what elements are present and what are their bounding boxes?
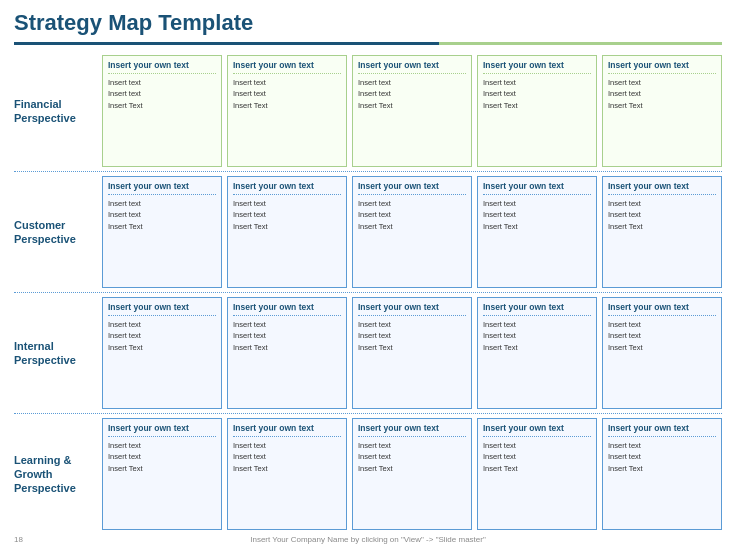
card-divider-customer-0 [108, 194, 216, 195]
card-header-financial-3: Insert your own text [483, 60, 591, 70]
card-internal-0[interactable]: Insert your own textInsert textInsert te… [102, 297, 222, 409]
card-header-learning-2: Insert your own text [358, 423, 466, 433]
card-body-customer-2: Insert textInsert textInsert Text [358, 198, 466, 232]
card-body-learning-4: Insert textInsert textInsert Text [608, 440, 716, 474]
card-financial-4[interactable]: Insert your own textInsert textInsert te… [602, 55, 722, 167]
card-divider-learning-1 [233, 436, 341, 437]
card-internal-1[interactable]: Insert your own textInsert textInsert te… [227, 297, 347, 409]
card-learning-3[interactable]: Insert your own textInsert textInsert te… [477, 418, 597, 530]
card-divider-internal-3 [483, 315, 591, 316]
card-header-financial-4: Insert your own text [608, 60, 716, 70]
card-body-financial-3: Insert textInsert textInsert Text [483, 77, 591, 111]
card-customer-1[interactable]: Insert your own textInsert textInsert te… [227, 176, 347, 288]
card-header-financial-2: Insert your own text [358, 60, 466, 70]
perspective-label-text-learning: Learning & Growth Perspective [14, 453, 76, 496]
card-divider-internal-1 [233, 315, 341, 316]
card-header-customer-3: Insert your own text [483, 181, 591, 191]
card-divider-customer-2 [358, 194, 466, 195]
perspective-label-text-internal: Internal Perspective [14, 339, 76, 368]
card-body-customer-0: Insert textInsert textInsert Text [108, 198, 216, 232]
card-divider-learning-0 [108, 436, 216, 437]
card-customer-4[interactable]: Insert your own textInsert textInsert te… [602, 176, 722, 288]
card-learning-1[interactable]: Insert your own textInsert textInsert te… [227, 418, 347, 530]
perspective-row-internal: Internal PerspectiveInsert your own text… [14, 293, 722, 414]
card-header-customer-2: Insert your own text [358, 181, 466, 191]
cards-area-customer: Insert your own textInsert textInsert te… [102, 176, 722, 288]
card-header-learning-3: Insert your own text [483, 423, 591, 433]
card-body-learning-2: Insert textInsert textInsert Text [358, 440, 466, 474]
card-divider-financial-0 [108, 73, 216, 74]
perspective-label-customer: Customer Perspective [14, 176, 102, 288]
card-divider-internal-2 [358, 315, 466, 316]
card-header-learning-4: Insert your own text [608, 423, 716, 433]
card-header-learning-1: Insert your own text [233, 423, 341, 433]
card-divider-internal-4 [608, 315, 716, 316]
card-learning-4[interactable]: Insert your own textInsert textInsert te… [602, 418, 722, 530]
card-body-internal-0: Insert textInsert textInsert Text [108, 319, 216, 353]
card-divider-learning-2 [358, 436, 466, 437]
card-header-learning-0: Insert your own text [108, 423, 216, 433]
perspective-row-financial: Financial PerspectiveInsert your own tex… [14, 51, 722, 172]
card-learning-2[interactable]: Insert your own textInsert textInsert te… [352, 418, 472, 530]
card-body-internal-1: Insert textInsert textInsert Text [233, 319, 341, 353]
card-divider-financial-1 [233, 73, 341, 74]
card-divider-internal-0 [108, 315, 216, 316]
card-header-customer-1: Insert your own text [233, 181, 341, 191]
card-body-learning-0: Insert textInsert textInsert Text [108, 440, 216, 474]
card-body-financial-4: Insert textInsert textInsert Text [608, 77, 716, 111]
card-divider-learning-4 [608, 436, 716, 437]
card-customer-3[interactable]: Insert your own textInsert textInsert te… [477, 176, 597, 288]
card-header-customer-4: Insert your own text [608, 181, 716, 191]
perspective-row-customer: Customer PerspectiveInsert your own text… [14, 172, 722, 293]
card-body-learning-3: Insert textInsert textInsert Text [483, 440, 591, 474]
card-internal-2[interactable]: Insert your own textInsert textInsert te… [352, 297, 472, 409]
card-customer-0[interactable]: Insert your own textInsert textInsert te… [102, 176, 222, 288]
perspective-label-internal: Internal Perspective [14, 297, 102, 409]
perspective-label-text-financial: Financial Perspective [14, 97, 76, 126]
card-divider-financial-3 [483, 73, 591, 74]
card-internal-4[interactable]: Insert your own textInsert textInsert te… [602, 297, 722, 409]
perspective-label-text-customer: Customer Perspective [14, 218, 76, 247]
card-divider-customer-4 [608, 194, 716, 195]
card-body-customer-3: Insert textInsert textInsert Text [483, 198, 591, 232]
card-header-internal-1: Insert your own text [233, 302, 341, 312]
page: Strategy Map Template Financial Perspect… [0, 0, 736, 552]
card-header-internal-3: Insert your own text [483, 302, 591, 312]
card-body-customer-1: Insert textInsert textInsert Text [233, 198, 341, 232]
card-header-financial-1: Insert your own text [233, 60, 341, 70]
card-body-internal-2: Insert textInsert textInsert Text [358, 319, 466, 353]
card-body-internal-4: Insert textInsert textInsert Text [608, 319, 716, 353]
card-financial-0[interactable]: Insert your own textInsert textInsert te… [102, 55, 222, 167]
card-header-customer-0: Insert your own text [108, 181, 216, 191]
card-divider-customer-3 [483, 194, 591, 195]
content-area: Financial PerspectiveInsert your own tex… [14, 51, 722, 534]
cards-area-internal: Insert your own textInsert textInsert te… [102, 297, 722, 409]
card-body-customer-4: Insert textInsert textInsert Text [608, 198, 716, 232]
card-customer-2[interactable]: Insert your own textInsert textInsert te… [352, 176, 472, 288]
footer-text: Insert Your Company Name by clicking on … [250, 535, 486, 544]
card-divider-financial-2 [358, 73, 466, 74]
page-number: 18 [14, 535, 23, 544]
card-financial-3[interactable]: Insert your own textInsert textInsert te… [477, 55, 597, 167]
card-body-internal-3: Insert textInsert textInsert Text [483, 319, 591, 353]
cards-area-financial: Insert your own textInsert textInsert te… [102, 55, 722, 167]
card-internal-3[interactable]: Insert your own textInsert textInsert te… [477, 297, 597, 409]
card-body-financial-1: Insert textInsert textInsert Text [233, 77, 341, 111]
card-header-internal-4: Insert your own text [608, 302, 716, 312]
card-header-financial-0: Insert your own text [108, 60, 216, 70]
card-divider-customer-1 [233, 194, 341, 195]
card-divider-financial-4 [608, 73, 716, 74]
perspective-label-learning: Learning & Growth Perspective [14, 418, 102, 530]
top-divider [14, 42, 722, 45]
card-body-learning-1: Insert textInsert textInsert Text [233, 440, 341, 474]
card-learning-0[interactable]: Insert your own textInsert textInsert te… [102, 418, 222, 530]
card-divider-learning-3 [483, 436, 591, 437]
card-body-financial-0: Insert textInsert textInsert Text [108, 77, 216, 111]
perspective-row-learning: Learning & Growth PerspectiveInsert your… [14, 414, 722, 534]
perspective-label-financial: Financial Perspective [14, 55, 102, 167]
cards-area-learning: Insert your own textInsert textInsert te… [102, 418, 722, 530]
card-financial-2[interactable]: Insert your own textInsert textInsert te… [352, 55, 472, 167]
card-body-financial-2: Insert textInsert textInsert Text [358, 77, 466, 111]
page-title: Strategy Map Template [14, 10, 722, 36]
card-financial-1[interactable]: Insert your own textInsert textInsert te… [227, 55, 347, 167]
